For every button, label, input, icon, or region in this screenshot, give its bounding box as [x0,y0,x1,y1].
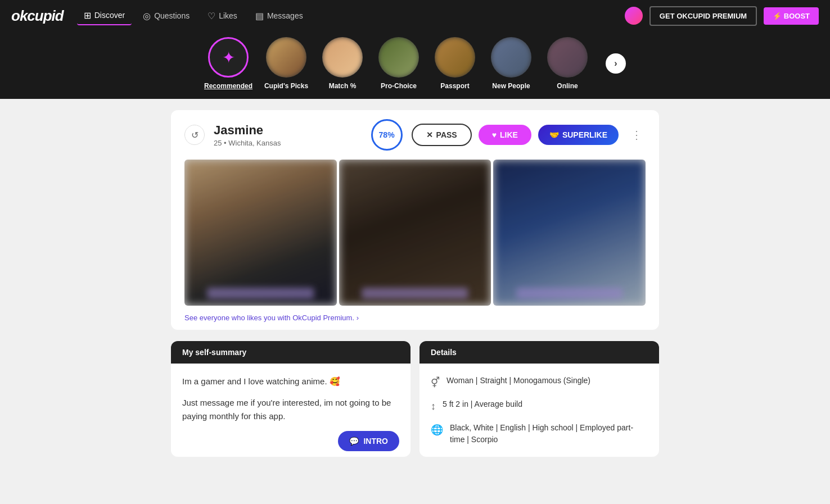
pro-choice-label: Pro-Choice [381,82,417,90]
pro-choice-photo [378,37,419,78]
cupids-photo [266,37,306,78]
main-content: ↺ Jasmine 25 • Wichita, Kansas 78% ✕ PAS… [162,110,668,457]
detail-item-0: ⚥ Woman | Straight | Monogamous (Single) [431,375,648,391]
category-new-people[interactable]: New People [489,37,534,90]
category-cupids-picks[interactable]: Cupid's Picks [264,37,309,90]
passport-thumb [435,37,475,78]
cupids-thumb [266,37,306,78]
category-match[interactable]: Match % [320,37,365,90]
profile-sections: My self-summary Im a gamer and I love wa… [171,341,659,457]
self-summary-body: Im a gamer and I love watching anime. 🥰 … [171,364,411,442]
category-pro-choice[interactable]: Pro-Choice [376,37,421,90]
new-people-label: New People [492,82,530,90]
navbar-right: GET OKCUPID PREMIUM ⚡ BOOST [625,6,819,26]
profile-sublocation: 25 • Wichita, Kansas [214,139,362,147]
photo-1 [184,160,337,306]
more-options-button[interactable]: ⋮ [628,126,646,144]
match-photo [322,37,363,78]
new-people-photo [491,37,531,78]
photo-blur-3 [516,288,622,299]
pass-x-icon: ✕ [426,130,433,139]
globe-icon: 🌐 [431,423,443,438]
boost-button[interactable]: ⚡ BOOST [764,7,819,25]
details-card: Details ⚥ Woman | Straight | Monogamous … [419,341,659,457]
detail-item-1: ↕ 5 ft 2 in | Average build [431,398,648,414]
online-label: Online [557,82,578,90]
online-photo [547,37,588,78]
details-header: Details [419,341,659,364]
profile-card: ↺ Jasmine 25 • Wichita, Kansas 78% ✕ PAS… [171,110,659,330]
nav-links: ⊞ Discover ◎ Questions ♡ Likes ▤ Message… [77,7,611,25]
category-recommended[interactable]: ✦ Recommended [204,37,252,90]
details-list: ⚥ Woman | Straight | Monogamous (Single)… [431,375,648,446]
summary-text-2: Just message me if you're interested, im… [182,396,399,423]
online-thumb [547,37,588,78]
profile-name: Jasmine [214,123,362,138]
pro-choice-thumb [378,37,419,78]
match-thumb [322,37,363,78]
undo-button[interactable]: ↺ [184,125,205,145]
photo-2 [339,160,491,306]
category-next-button[interactable]: › [606,53,626,74]
detail-item-2: 🌐 Black, White | English | High school |… [431,422,648,446]
gender-icon: ⚥ [431,375,440,391]
questions-icon: ◎ [143,11,151,21]
premium-prompt[interactable]: See everyone who likes you with OkCupid … [171,306,659,330]
category-passport[interactable]: Passport [432,37,477,90]
recommended-label: Recommended [204,82,252,90]
nav-questions[interactable]: ◎ Questions [136,7,196,25]
logo[interactable]: okcupid [11,7,64,25]
self-summary-header: My self-summary [171,341,411,364]
navbar: okcupid ⊞ Discover ◎ Questions ♡ Likes ▤… [0,0,830,31]
nav-likes[interactable]: ♡ Likes [201,7,244,25]
height-icon: ↕ [431,399,436,414]
discover-icon: ⊞ [84,10,91,21]
match-circle: 78% [371,119,403,151]
recommended-icon: ✦ [222,48,235,67]
like-heart-icon: ♥ [492,130,497,139]
category-bar: ✦ Recommended Cupid's Picks Match % Pro-… [0,31,830,99]
photo-grid [171,160,659,306]
nav-discover[interactable]: ⊞ Discover [77,7,132,25]
category-online[interactable]: Online [545,37,590,90]
new-people-thumb [491,37,531,78]
summary-text-1: Im a gamer and I love watching anime. 🥰 [182,375,399,388]
photo-tile-1[interactable] [184,160,337,306]
nav-messages[interactable]: ▤ Messages [249,7,310,25]
details-body: ⚥ Woman | Straight | Monogamous (Single)… [419,364,659,457]
like-button[interactable]: ♥ LIKE [479,125,531,145]
photo-tile-2[interactable] [339,160,491,306]
passport-label: Passport [440,82,469,90]
photo-tile-3[interactable] [493,160,646,306]
superlike-icon: 🤝 [549,130,559,139]
user-avatar[interactable] [625,7,643,25]
cupids-label: Cupid's Picks [264,82,308,90]
messages-icon: ▤ [255,11,264,21]
superlike-button[interactable]: 🤝 SUPERLIKE [538,125,619,145]
likes-icon: ♡ [208,11,215,21]
photo-3 [493,160,646,306]
recommended-thumb: ✦ [208,37,249,78]
photo-blur-1 [208,288,314,299]
action-buttons: ✕ PASS ♥ LIKE 🤝 SUPERLIKE [412,124,619,146]
intro-button[interactable]: 💬 INTRO [338,431,399,451]
premium-button[interactable]: GET OKCUPID PREMIUM [649,6,757,26]
match-label: Match % [329,82,357,90]
pass-button[interactable]: ✕ PASS [412,124,472,146]
intro-chat-icon: 💬 [349,437,359,446]
photo-blur-2 [362,288,468,299]
self-summary-card: My self-summary Im a gamer and I love wa… [171,341,411,457]
profile-header: ↺ Jasmine 25 • Wichita, Kansas 78% ✕ PAS… [171,110,659,160]
profile-info: Jasmine 25 • Wichita, Kansas [214,123,362,147]
passport-photo [435,37,475,78]
